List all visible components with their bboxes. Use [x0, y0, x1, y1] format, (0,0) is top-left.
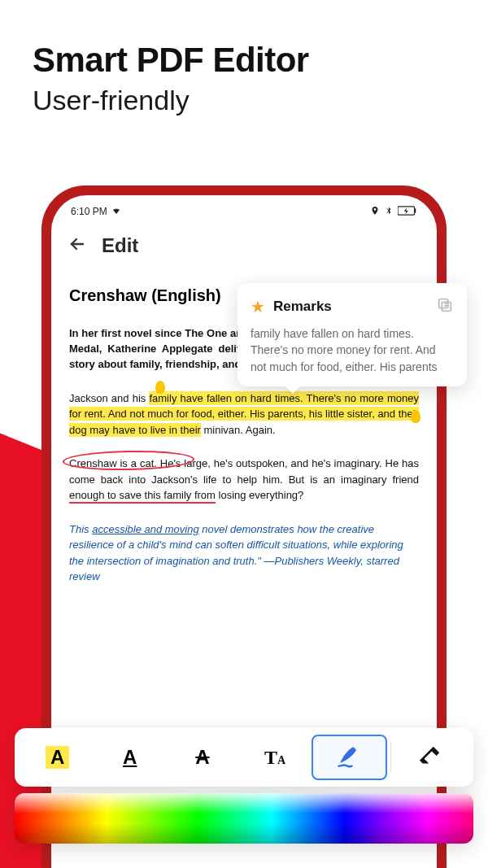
underline-annotation[interactable]: enough to save this family from — [69, 489, 216, 504]
tool-eraser[interactable] — [394, 735, 467, 780]
tool-text[interactable]: TA — [239, 735, 312, 780]
star-icon: ★ — [251, 297, 265, 316]
pen-icon — [334, 741, 364, 774]
copy-icon[interactable] — [436, 296, 454, 317]
tool-draw[interactable] — [312, 735, 387, 780]
tool-highlight[interactable]: A — [21, 735, 94, 780]
wifi-icon — [111, 206, 122, 218]
tool-underline[interactable]: A — [94, 735, 166, 780]
status-bar: 6:10 PM — [51, 195, 437, 223]
bluetooth-icon — [385, 205, 393, 219]
p4-a: This — [69, 523, 92, 535]
remarks-title: Remarks — [273, 299, 428, 315]
paragraph-2: Jackson and his family have fallen on ha… — [69, 390, 419, 438]
text-icon: TA — [264, 747, 285, 769]
p2-pre: Jackson and his — [69, 392, 149, 404]
annotation-toolbar: A A A TA — [15, 728, 473, 787]
paragraph-4-quote: This accessible and moving novel demonst… — [69, 521, 419, 585]
p3-a: Crenshaw is a cat. He — [69, 457, 173, 469]
app-header: Edit — [51, 223, 437, 272]
strikethrough-icon: A — [195, 746, 209, 769]
p2-post: minivan. Again. — [201, 424, 276, 436]
promo-title: Smart PDF Editor — [33, 41, 309, 80]
back-arrow-icon[interactable] — [68, 234, 87, 257]
eraser-icon — [418, 744, 442, 771]
color-picker-gradient[interactable] — [15, 793, 473, 844]
p4-b: accessible and moving — [92, 523, 199, 535]
remarks-body: family have fallen on hard times. There'… — [251, 325, 454, 375]
p3-d: losing everything? — [216, 489, 303, 501]
highlight-handle-icon[interactable] — [411, 410, 420, 423]
highlight-icon: A — [46, 746, 69, 769]
remarks-popup: ★ Remarks family have fallen on hard tim… — [237, 283, 467, 386]
promo-subtitle: User-friendly — [33, 85, 309, 116]
paragraph-3: Crenshaw is a cat. He's large, he's outs… — [69, 456, 419, 504]
status-time: 6:10 PM — [71, 206, 107, 217]
location-icon — [370, 205, 380, 219]
promo-block: Smart PDF Editor User-friendly — [33, 41, 309, 116]
battery-icon — [398, 206, 417, 218]
toolbar-divider — [390, 742, 391, 773]
svg-rect-1 — [415, 208, 416, 212]
page-title: Edit — [102, 234, 138, 257]
highlight-handle-icon[interactable] — [155, 381, 165, 394]
underline-icon: A — [123, 746, 137, 769]
tool-strikethrough[interactable]: A — [166, 735, 238, 780]
